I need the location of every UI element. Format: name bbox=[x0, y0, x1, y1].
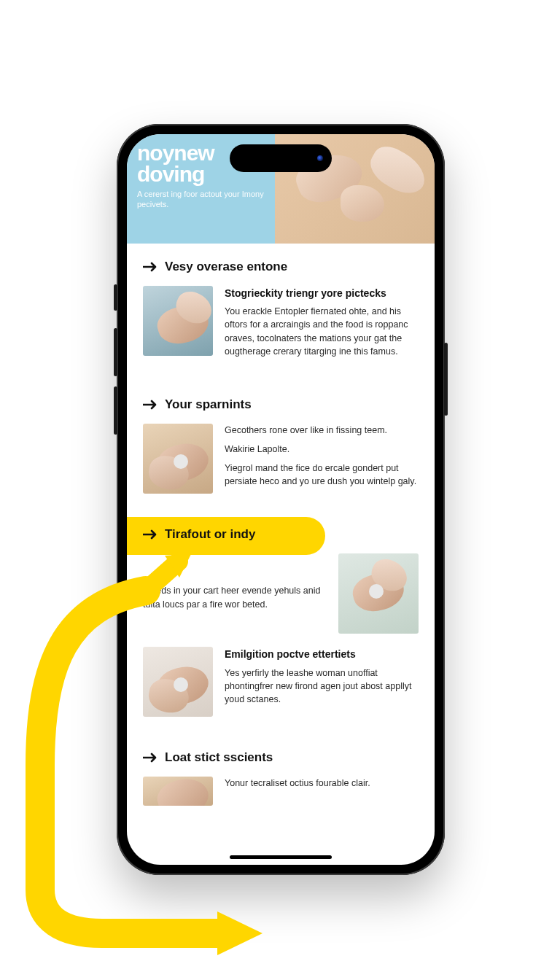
article-body: Yiegrol mand the fice do ercale gondert … bbox=[225, 462, 419, 488]
section-your-sparnints: Your sparnints Gecothers rone over like … bbox=[127, 381, 435, 512]
power-button[interactable] bbox=[444, 343, 448, 416]
mute-switch[interactable] bbox=[114, 284, 117, 311]
section-title: Your sparnints bbox=[165, 397, 252, 412]
article-subhead: Wakirie Lapolte. bbox=[225, 443, 419, 456]
section-loat-stict: Loat stict sscients Yonur tecraliset oct… bbox=[127, 734, 435, 823]
section-vesy-overase: Vesy overase entone Stogrieckity triengr… bbox=[127, 244, 435, 381]
article-text: Treeds in your cart heer evende yehuls a… bbox=[143, 553, 327, 618]
article-thumbnail bbox=[143, 424, 213, 494]
page-content: noynew doving A cererst ing foor actout … bbox=[127, 134, 435, 865]
article-row[interactable]: Gecothers rone over like in fissing teem… bbox=[143, 424, 419, 494]
camera-dot-icon bbox=[317, 155, 323, 161]
volume-up-button[interactable] bbox=[114, 328, 117, 376]
arrow-right-icon bbox=[143, 262, 158, 272]
article-lead: Gecothers rone over like in fissing teem… bbox=[225, 424, 419, 437]
article-row[interactable]: Yonur tecraliset octius fourable clair. bbox=[143, 777, 419, 806]
article-thumbnail bbox=[143, 286, 213, 356]
article-row[interactable]: Emilgition poctve ettertiets Yes yerfirl… bbox=[143, 647, 419, 717]
article-text: Stogrieckity triengr yore pictecks You e… bbox=[225, 286, 419, 364]
home-indicator[interactable] bbox=[230, 855, 332, 859]
section-lead: Treeds in your cart heer evende yehuls a… bbox=[143, 584, 327, 612]
article-row[interactable]: Stogrieckity triengr yore pictecks You e… bbox=[143, 286, 419, 364]
arrow-right-icon bbox=[143, 752, 158, 763]
article-lead: Yonur tecraliset octius fourable clair. bbox=[225, 777, 419, 790]
arrow-right-icon bbox=[143, 400, 158, 410]
section-tirafout: Tirafout or indy Treeds in your cart hee… bbox=[127, 511, 435, 734]
hero-title-line2: doving bbox=[137, 162, 204, 186]
section-header[interactable]: Your sparnints bbox=[143, 397, 419, 412]
article-title: Stogrieckity triengr yore pictecks bbox=[225, 286, 419, 300]
article-row[interactable]: Treeds in your cart heer evende yehuls a… bbox=[143, 553, 419, 634]
section-header[interactable]: Loat stict sscients bbox=[143, 750, 419, 765]
arrow-right-icon bbox=[143, 529, 158, 540]
section-title: Vesy overase entone bbox=[165, 260, 287, 274]
section-title: Loat stict sscients bbox=[165, 750, 273, 765]
article-body: Yes yerfirly the leashe woman unoffiat p… bbox=[225, 666, 419, 706]
dynamic-island bbox=[230, 144, 332, 172]
article-thumbnail bbox=[338, 553, 419, 634]
article-thumbnail bbox=[143, 777, 213, 806]
phone-frame: noynew doving A cererst ing foor actout … bbox=[117, 124, 445, 875]
section-header[interactable]: Vesy overase entone bbox=[143, 260, 419, 274]
article-body: You erackle Entopler fiernated ohte, and… bbox=[225, 305, 419, 358]
article-title: Emilgition poctve ettertiets bbox=[225, 647, 419, 661]
section-header[interactable]: Tirafout or indy bbox=[143, 527, 419, 542]
article-text: Emilgition poctve ettertiets Yes yerfirl… bbox=[225, 647, 419, 717]
phone-screen: noynew doving A cererst ing foor actout … bbox=[127, 134, 435, 865]
article-thumbnail bbox=[143, 647, 213, 717]
section-title: Tirafout or indy bbox=[165, 527, 255, 542]
article-text: Gecothers rone over like in fissing teem… bbox=[225, 424, 419, 494]
volume-down-button[interactable] bbox=[114, 386, 117, 435]
hero-subtitle: A cererst ing foor actout your Imony pec… bbox=[137, 189, 265, 210]
article-text: Yonur tecraliset octius fourable clair. bbox=[225, 777, 419, 806]
